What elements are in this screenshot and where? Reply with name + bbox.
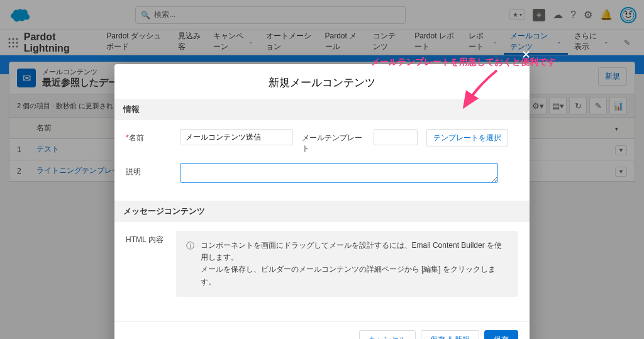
cancel-button[interactable]: キャンセル: [359, 330, 416, 339]
template-input[interactable]: [374, 129, 418, 145]
save-button[interactable]: 保存: [484, 330, 518, 339]
name-input[interactable]: [180, 129, 293, 145]
save-and-new-button[interactable]: 保存 & 新規: [421, 330, 479, 339]
template-label: メールテンプレート: [302, 129, 365, 154]
html-label: HTML 内容: [126, 231, 167, 245]
html-info-box: ⓘ コンポーネントを画面にドラッグしてメールを設計するには、Email Cont…: [176, 231, 518, 297]
info-icon: ⓘ: [186, 240, 194, 288]
section-message: メッセージコンテンツ: [114, 201, 530, 222]
annotation-arrow: [453, 67, 509, 117]
select-template-button[interactable]: テンプレートを選択: [426, 129, 508, 147]
desc-input[interactable]: [180, 163, 498, 183]
name-label: *名前: [126, 129, 171, 143]
desc-label: 説明: [126, 163, 171, 177]
